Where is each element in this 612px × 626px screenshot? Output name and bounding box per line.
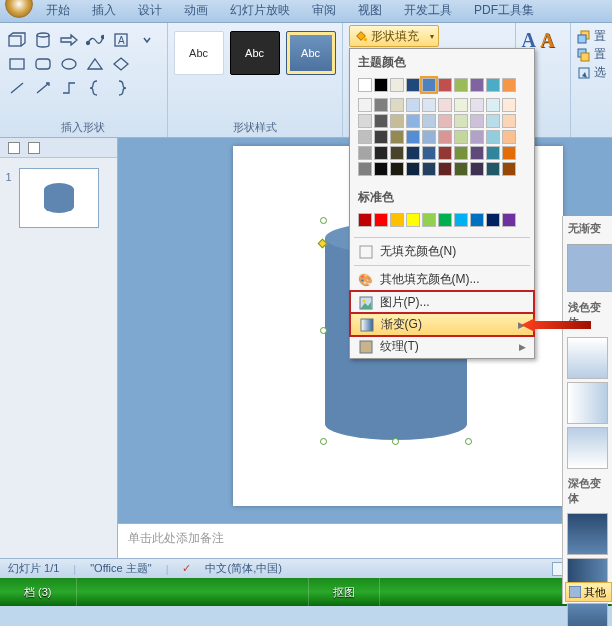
gradient-variant[interactable] <box>567 603 608 626</box>
color-swatch[interactable] <box>358 213 372 227</box>
color-swatch[interactable] <box>438 114 452 128</box>
taskbar-item-crop[interactable]: 抠图 <box>309 578 380 606</box>
color-swatch[interactable] <box>390 98 404 112</box>
shape-diamond-icon[interactable] <box>110 53 132 75</box>
color-swatch[interactable] <box>502 146 516 160</box>
color-swatch[interactable] <box>454 162 468 176</box>
color-swatch[interactable] <box>502 213 516 227</box>
shape-arrow-icon[interactable] <box>58 29 80 51</box>
color-swatch[interactable] <box>486 130 500 144</box>
color-swatch[interactable] <box>486 213 500 227</box>
shape-elbow-icon[interactable] <box>58 77 80 99</box>
language-status[interactable]: 中文(简体,中国) <box>205 561 281 576</box>
color-swatch[interactable] <box>486 146 500 160</box>
color-swatch[interactable] <box>438 213 452 227</box>
outline-tab-icon[interactable] <box>8 142 20 154</box>
resize-handle-sw[interactable] <box>320 438 327 445</box>
color-swatch[interactable] <box>422 98 436 112</box>
color-swatch[interactable] <box>406 146 420 160</box>
color-swatch[interactable] <box>374 78 388 92</box>
color-swatch[interactable] <box>406 130 420 144</box>
color-swatch[interactable] <box>470 146 484 160</box>
color-swatch[interactable] <box>358 130 372 144</box>
shape-editpoints-icon[interactable] <box>84 29 106 51</box>
color-swatch[interactable] <box>454 213 468 227</box>
color-swatch[interactable] <box>406 98 420 112</box>
color-swatch[interactable] <box>374 114 388 128</box>
shape-roundrect-icon[interactable] <box>32 53 54 75</box>
color-swatch[interactable] <box>358 114 372 128</box>
shape-rect3d-icon[interactable] <box>6 29 28 51</box>
tab-slideshow[interactable]: 幻灯片放映 <box>219 0 301 22</box>
color-swatch[interactable] <box>406 114 420 128</box>
color-swatch[interactable] <box>422 162 436 176</box>
color-swatch[interactable] <box>438 98 452 112</box>
shape-textbox-icon[interactable]: A <box>110 29 132 51</box>
color-swatch[interactable] <box>502 78 516 92</box>
resize-handle-nw[interactable] <box>320 217 327 224</box>
texture-fill-item[interactable]: 纹理(T) ▶ <box>350 335 534 358</box>
more-gradients-item[interactable]: 其他 <box>565 582 612 602</box>
shape-brace2-icon[interactable] <box>110 77 132 99</box>
color-swatch[interactable] <box>454 98 468 112</box>
shape-brace-icon[interactable] <box>84 77 106 99</box>
tab-view[interactable]: 视图 <box>347 0 393 22</box>
color-swatch[interactable] <box>422 213 436 227</box>
color-swatch[interactable] <box>502 130 516 144</box>
color-swatch[interactable] <box>422 114 436 128</box>
slides-tab-icon[interactable] <box>28 142 40 154</box>
color-swatch[interactable] <box>486 98 500 112</box>
color-swatch[interactable] <box>438 162 452 176</box>
shape-triangle-icon[interactable] <box>84 53 106 75</box>
color-swatch[interactable] <box>358 146 372 160</box>
color-swatch[interactable] <box>390 114 404 128</box>
tab-design[interactable]: 设计 <box>127 0 173 22</box>
tab-home[interactable]: 开始 <box>35 0 81 22</box>
color-swatch[interactable] <box>422 130 436 144</box>
color-swatch[interactable] <box>470 114 484 128</box>
gradient-variant[interactable] <box>567 427 608 469</box>
color-swatch[interactable] <box>406 213 420 227</box>
color-swatch[interactable] <box>358 162 372 176</box>
color-swatch[interactable] <box>438 130 452 144</box>
color-swatch[interactable] <box>454 130 468 144</box>
notes-pane[interactable]: 单击此处添加备注 <box>118 523 612 558</box>
color-swatch[interactable] <box>470 213 484 227</box>
tab-dev[interactable]: 开发工具 <box>393 0 463 22</box>
color-swatch[interactable] <box>470 130 484 144</box>
style-preset-1[interactable]: Abc <box>174 31 224 75</box>
color-swatch[interactable] <box>486 114 500 128</box>
color-swatch[interactable] <box>374 146 388 160</box>
color-swatch[interactable] <box>454 78 468 92</box>
color-swatch[interactable] <box>502 98 516 112</box>
gradient-variant[interactable] <box>567 382 608 424</box>
resize-handle-se[interactable] <box>465 438 472 445</box>
no-gradient-swatch[interactable] <box>567 244 612 292</box>
wordart-A2-icon[interactable]: A <box>540 29 554 52</box>
shape-rect-icon[interactable] <box>6 53 28 75</box>
shape-linearrow-icon[interactable] <box>32 77 54 99</box>
more-caret-icon[interactable] <box>136 29 158 51</box>
color-swatch[interactable] <box>390 78 404 92</box>
gradient-variant[interactable] <box>567 513 608 555</box>
color-swatch[interactable] <box>438 78 452 92</box>
color-swatch[interactable] <box>390 213 404 227</box>
picture-fill-item[interactable]: 图片(P)... <box>350 291 534 314</box>
color-swatch[interactable] <box>486 162 500 176</box>
color-swatch[interactable] <box>374 98 388 112</box>
color-swatch[interactable] <box>438 146 452 160</box>
color-swatch[interactable] <box>454 114 468 128</box>
color-swatch[interactable] <box>358 78 372 92</box>
color-swatch[interactable] <box>374 213 388 227</box>
color-swatch[interactable] <box>390 146 404 160</box>
color-swatch[interactable] <box>470 78 484 92</box>
shape-line-icon[interactable] <box>6 77 28 99</box>
tab-insert[interactable]: 插入 <box>81 0 127 22</box>
gradient-fill-item[interactable]: 渐变(G) ▶ <box>350 313 534 336</box>
send-back-btn[interactable]: 置 <box>577 46 606 63</box>
color-swatch[interactable] <box>358 98 372 112</box>
resize-handle-s[interactable] <box>392 438 399 445</box>
gradient-variant[interactable] <box>567 337 608 379</box>
tab-review[interactable]: 审阅 <box>301 0 347 22</box>
resize-handle-w[interactable] <box>320 327 327 334</box>
